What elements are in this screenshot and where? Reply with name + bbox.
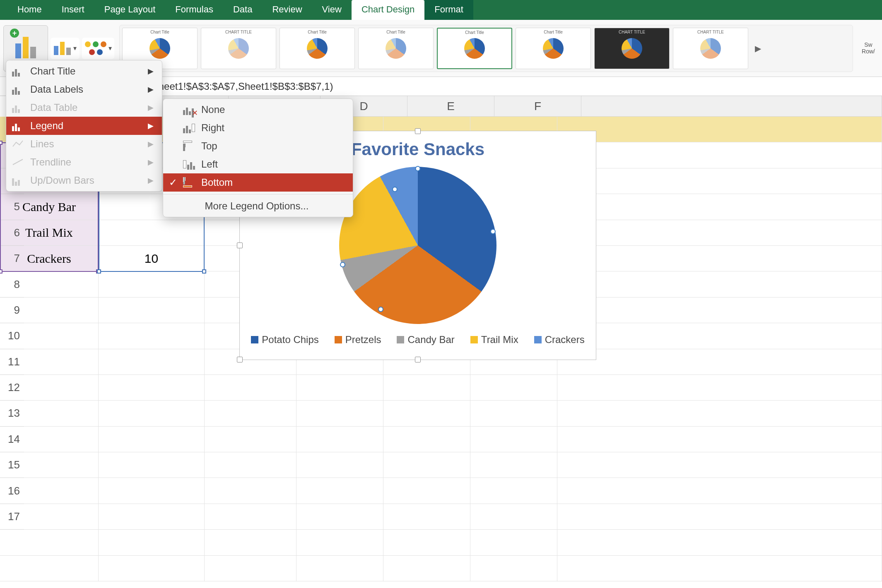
row-header-6[interactable]: 6 bbox=[0, 220, 24, 246]
col-header-g[interactable] bbox=[581, 96, 882, 116]
series-handle[interactable] bbox=[340, 262, 345, 267]
legend-option-more[interactable]: More Legend Options... bbox=[163, 197, 353, 215]
tab-review[interactable]: Review bbox=[262, 0, 312, 20]
styles-more-button[interactable]: ▶ bbox=[752, 43, 764, 53]
legend-item[interactable]: Pretzels bbox=[335, 334, 381, 346]
legend-swatch bbox=[335, 336, 342, 343]
legend-label: Pretzels bbox=[345, 334, 381, 346]
row-header-13[interactable]: 13 bbox=[0, 401, 24, 426]
chart-legend[interactable]: Potato ChipsPretzelsCandy BarTrail MixCr… bbox=[240, 334, 596, 346]
legend-option-top[interactable]: Top bbox=[163, 137, 353, 155]
legend-option-right[interactable]: Right bbox=[163, 119, 353, 137]
legend-submenu: ✕ None Right Top Left ✓ Bottom More Lege… bbox=[163, 98, 353, 217]
add-chart-element-icon: + bbox=[12, 30, 40, 58]
legend-item[interactable]: Trail Mix bbox=[470, 334, 518, 346]
quick-layout-icon bbox=[54, 42, 71, 55]
style-tile-5[interactable]: Chart Title bbox=[437, 28, 512, 69]
row-header-5[interactable]: 5 bbox=[0, 194, 24, 220]
quick-layout-button[interactable]: ▾ bbox=[51, 38, 80, 59]
row-header-10[interactable]: 10 bbox=[0, 323, 24, 349]
chevron-down-icon: ▾ bbox=[108, 44, 112, 52]
row-header-17[interactable]: 17 bbox=[0, 504, 24, 530]
style-tile-2[interactable]: CHART TITLE bbox=[201, 28, 276, 69]
resize-handle-s[interactable] bbox=[415, 357, 421, 362]
pie-chart[interactable] bbox=[339, 167, 496, 324]
menu-item-chart-title[interactable]: Chart Title▶ bbox=[6, 62, 162, 80]
cell-b7[interactable]: 10 bbox=[99, 246, 205, 271]
resize-handle-n[interactable] bbox=[415, 128, 421, 134]
series-handle[interactable] bbox=[415, 166, 421, 171]
style-tile-6[interactable]: Chart Title bbox=[516, 28, 591, 69]
legend-label: Trail Mix bbox=[481, 334, 518, 346]
style-tile-7[interactable]: CHART TITLE bbox=[594, 28, 670, 69]
row-header-16[interactable]: 16 bbox=[0, 478, 24, 504]
col-header-f[interactable]: F bbox=[494, 96, 581, 116]
color-palette-icon bbox=[84, 41, 107, 55]
legend-swatch bbox=[470, 336, 478, 343]
legend-swatch bbox=[251, 336, 258, 343]
tab-home[interactable]: Home bbox=[7, 0, 52, 20]
legend-option-none[interactable]: ✕ None bbox=[163, 101, 353, 119]
tab-formulas[interactable]: Formulas bbox=[165, 0, 223, 20]
ribbon-tabs: Home Insert Page Layout Formulas Data Re… bbox=[0, 0, 882, 20]
style-tile-4[interactable]: Chart Title bbox=[358, 28, 434, 69]
legend-swatch bbox=[397, 336, 404, 343]
change-colors-button[interactable]: ▾ bbox=[82, 38, 114, 59]
menu-item-legend[interactable]: Legend▶ bbox=[6, 117, 162, 135]
row-header-12[interactable]: 12 bbox=[0, 375, 24, 401]
legend-item[interactable]: Candy Bar bbox=[397, 334, 454, 346]
resize-handle-sw[interactable] bbox=[237, 357, 243, 362]
style-tile-3[interactable]: Chart Title bbox=[280, 28, 355, 69]
tab-chart-design[interactable]: Chart Design bbox=[352, 0, 424, 20]
switch-row-col-label[interactable]: Sw Row/ bbox=[858, 42, 879, 55]
style-tile-8[interactable]: CHART TITLE bbox=[673, 28, 748, 69]
series-handle[interactable] bbox=[378, 307, 383, 312]
cell-b6[interactable] bbox=[99, 220, 205, 245]
legend-item[interactable]: Crackers bbox=[534, 334, 585, 346]
col-header-e[interactable]: E bbox=[407, 96, 494, 116]
legend-option-left[interactable]: Left bbox=[163, 155, 353, 173]
tab-data[interactable]: Data bbox=[223, 0, 262, 20]
legend-swatch bbox=[534, 336, 542, 343]
svg-line-0 bbox=[13, 159, 23, 165]
tab-format[interactable]: Format bbox=[424, 0, 473, 20]
menu-item-lines: Lines▶ bbox=[6, 135, 162, 153]
chevron-down-icon: ▾ bbox=[73, 44, 77, 52]
add-chart-element-menu: Chart Title▶ Data Labels▶ Data Table▶ Le… bbox=[6, 60, 162, 192]
legend-item[interactable]: Potato Chips bbox=[251, 334, 318, 346]
menu-item-data-table: Data Table▶ bbox=[6, 98, 162, 117]
menu-item-trendline: Trendline▶ bbox=[6, 153, 162, 171]
tab-page-layout[interactable]: Page Layout bbox=[94, 0, 166, 20]
row-header-11[interactable]: 11 bbox=[0, 349, 24, 375]
series-handle[interactable] bbox=[490, 229, 496, 234]
menu-item-updown-bars: Up/Down Bars▶ bbox=[6, 171, 162, 190]
row-header-14[interactable]: 14 bbox=[0, 427, 24, 452]
menu-item-data-labels[interactable]: Data Labels▶ bbox=[6, 80, 162, 98]
legend-option-bottom[interactable]: ✓ Bottom bbox=[163, 173, 353, 192]
legend-label: Candy Bar bbox=[407, 334, 454, 346]
series-handle[interactable] bbox=[392, 187, 398, 192]
tab-view[interactable]: View bbox=[312, 0, 352, 20]
legend-label: Potato Chips bbox=[262, 334, 318, 346]
row-header-9[interactable]: 9 bbox=[0, 298, 24, 323]
legend-label: Crackers bbox=[545, 334, 585, 346]
row-header-15[interactable]: 15 bbox=[0, 452, 24, 478]
row-header-8[interactable]: 8 bbox=[0, 271, 24, 297]
tab-insert[interactable]: Insert bbox=[52, 0, 94, 20]
chart-styles-gallery: Chart Title CHART TITLE Chart Title Char… bbox=[119, 25, 853, 72]
row-header-7[interactable]: 7 bbox=[0, 246, 24, 271]
